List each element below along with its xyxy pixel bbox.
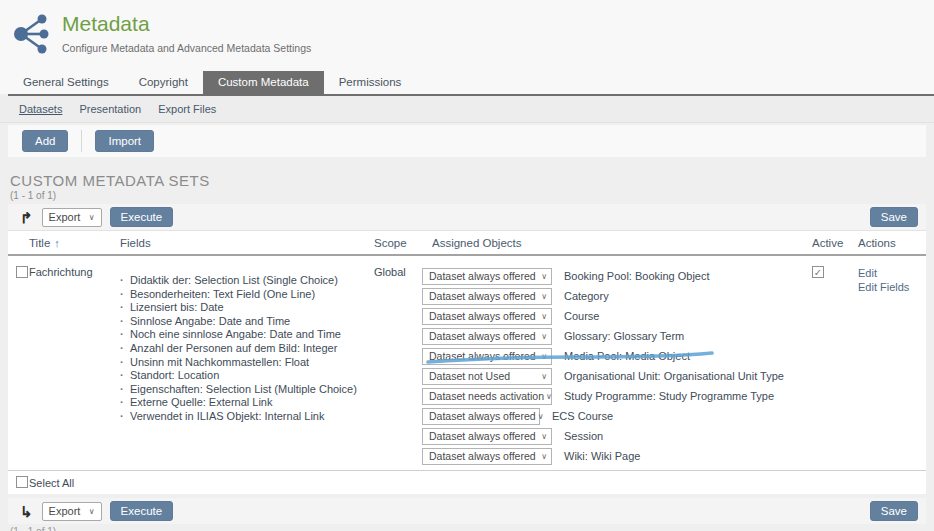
assigned-object-row: Dataset always offered∨ Category [422,286,812,306]
assigned-object-row: Dataset needs activation∨ Study Programm… [422,386,812,406]
chevron-down-icon: ∨ [541,312,547,321]
assigned-mode-select[interactable]: Dataset always offered∨ [422,348,552,365]
assigned-object-row: Dataset always offered∨ Glossary: Glossa… [422,326,812,346]
tab-custom-metadata[interactable]: Custom Metadata [203,71,324,94]
custom-metadata-table: Title↑ Fields Scope Assigned Objects Act… [8,230,926,494]
assigned-mode-select[interactable]: Dataset always offered∨ [422,428,552,445]
table-header-row: Title↑ Fields Scope Assigned Objects Act… [8,231,926,256]
assigned-mode-select[interactable]: Dataset needs activation∨ [422,388,552,405]
export-select-top[interactable]: Export ∨ [42,208,102,227]
field-item: Noch eine sinnlose Angabe: Date and Time [120,328,374,342]
field-item: Didaktik der: Selection List (Single Cho… [120,274,374,288]
assigned-mode-value: Dataset always offered [429,330,536,342]
edit-fields-link[interactable]: Edit Fields [858,280,926,294]
field-item: Anzahl der Personen auf dem Bild: Intege… [120,342,374,356]
table-command-bar-bottom: ↳ Export ∨ Execute Save [8,498,926,524]
chevron-down-icon: ∨ [538,412,544,421]
assigned-object-label: Course [564,310,599,322]
field-item: Unsinn mit Nachkommastellen: Float [120,356,374,370]
chevron-down-icon: ∨ [89,213,95,222]
edit-link[interactable]: Edit [858,266,926,280]
assigned-mode-value: Dataset always offered [429,290,536,302]
export-select-bottom[interactable]: Export ∨ [42,502,102,521]
assigned-mode-value: Dataset always offered [429,270,536,282]
assigned-mode-value: Dataset always offered [429,450,536,462]
table-pagination-bottom: (1 - 1 of 1) [10,526,934,531]
row-scope-cell: Global [374,266,422,470]
assigned-object-label: Wiki: Wiki Page [564,450,640,462]
tab-copyright[interactable]: Copyright [124,71,203,94]
page-subtitle: Configure Metadata and Advanced Metadata… [62,42,311,54]
tab-permissions[interactable]: Permissions [324,71,417,94]
assigned-mode-select[interactable]: Dataset not Used∨ [422,368,552,385]
chevron-down-icon: ∨ [541,372,547,381]
chevron-down-icon: ∨ [541,332,547,341]
assigned-object-label: Category [564,290,609,302]
tab-bar: General Settings Copyright Custom Metada… [8,71,416,94]
add-button[interactable]: Add [22,130,68,152]
assigned-mode-value: Dataset not Used [429,370,510,382]
chevron-down-icon: ∨ [541,452,547,461]
column-actions: Actions [858,237,926,249]
table-command-bar-top: ↱ Export ∨ Execute Save [8,204,926,230]
chevron-down-icon: ∨ [541,292,547,301]
selection-arrow-up-icon: ↱ [20,210,33,225]
save-button-bottom[interactable]: Save [870,501,918,521]
column-active: Active [812,237,858,249]
field-item: Externe Quelle: External Link [120,396,374,410]
row-checkbox[interactable] [16,266,28,278]
assigned-mode-select[interactable]: Dataset always offered∨ [422,448,552,465]
subtab-presentation[interactable]: Presentation [79,103,141,115]
field-item: Standort: Location [120,369,374,383]
column-title[interactable]: Title↑ [29,237,120,249]
assigned-object-row: Dataset always offered∨ Booking Pool: Bo… [422,266,812,286]
execute-button-bottom[interactable]: Execute [110,501,174,521]
brand: Metadata Configure Metadata and Advanced… [12,12,311,56]
assigned-object-row: Dataset always offered∨ ECS Course [422,406,812,426]
column-fields: Fields [120,237,374,249]
brand-text: Metadata Configure Metadata and Advanced… [62,12,311,54]
subtab-datasets[interactable]: Datasets [19,103,62,115]
assigned-object-label: Glossary: Glossary Term [564,330,684,342]
field-item: Eigenschaften: Selection List (Multiple … [120,383,374,397]
subtab-bar: Datasets Presentation Export Files [0,96,934,123]
toolbar: Add Import [8,125,926,157]
assigned-mode-select[interactable]: Dataset always offered∨ [422,268,552,285]
assigned-mode-select[interactable]: Dataset always offered∨ [422,308,552,325]
assigned-object-label: ECS Course [552,410,613,422]
subtab-export-files[interactable]: Export Files [158,103,216,115]
fields-list: Didaktik der: Selection List (Single Cho… [120,274,374,424]
table-row: Fachrichtung Didaktik der: Selection Lis… [8,256,926,470]
import-button[interactable]: Import [95,130,154,152]
assigned-mode-select[interactable]: Dataset always offered∨ [422,328,552,345]
assigned-mode-value: Dataset always offered [429,410,536,422]
assigned-mode-value: Dataset always offered [429,430,536,442]
select-all-checkbox[interactable] [16,476,28,488]
assigned-object-row: Dataset always offered∨ Session [422,426,812,446]
chevron-down-icon: ∨ [541,432,547,441]
assigned-object-row: Dataset always offered∨ Wiki: Wiki Page [422,446,812,466]
chevron-down-icon: ∨ [89,507,95,516]
assigned-object-label: Booking Pool: Booking Object [564,270,710,282]
chevron-down-icon: ∨ [546,392,552,401]
export-select-value: Export [49,211,81,223]
page-header: Metadata Configure Metadata and Advanced… [0,0,934,94]
field-item: Sinnlose Angabe: Date and Time [120,315,374,329]
sort-asc-icon[interactable]: ↑ [54,237,60,249]
assigned-object-row: Dataset always offered∨ Media Pool: Medi… [422,346,812,366]
active-checkbox[interactable]: ✓ [812,266,824,278]
assigned-mode-select[interactable]: Dataset always offered∨ [422,408,540,425]
save-button-top[interactable]: Save [870,207,918,227]
row-title-cell: Fachrichtung [29,266,120,470]
column-assigned-objects: Assigned Objects [422,237,812,249]
assigned-mode-select[interactable]: Dataset always offered∨ [422,288,552,305]
execute-button-top[interactable]: Execute [110,207,174,227]
row-actions-cell: Edit Edit Fields [858,266,926,470]
assigned-object-row: Dataset not Used∨ Organisational Unit: O… [422,366,812,386]
tab-general-settings[interactable]: General Settings [8,71,124,94]
row-checkbox-cell [8,266,29,470]
selection-arrow-down-icon: ↳ [20,504,33,519]
metadata-admin-page: Metadata Configure Metadata and Advanced… [0,0,934,531]
toolbar-divider [81,130,82,152]
row-assigned-cell: Dataset always offered∨ Booking Pool: Bo… [422,266,812,470]
